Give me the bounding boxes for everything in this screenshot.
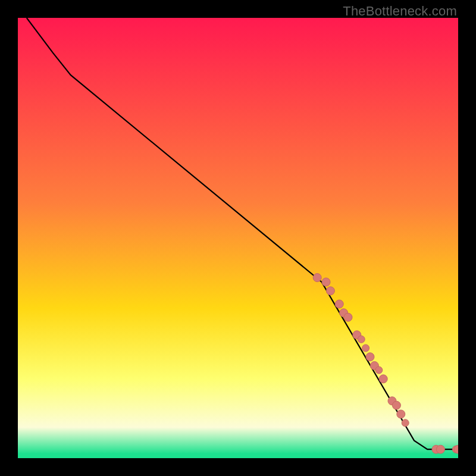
chart-marker bbox=[397, 410, 405, 418]
chart-marker bbox=[362, 345, 369, 352]
chart-background-gradient bbox=[18, 18, 458, 458]
chart-frame: TheBottleneck.com bbox=[0, 0, 476, 476]
watermark-text: TheBottleneck.com bbox=[343, 4, 457, 19]
chart-marker bbox=[344, 313, 352, 321]
chart-marker bbox=[375, 367, 383, 374]
chart-marker bbox=[436, 445, 444, 453]
chart-marker bbox=[402, 419, 409, 427]
chart-marker bbox=[358, 336, 365, 343]
chart-marker bbox=[366, 353, 374, 361]
chart-plot-area bbox=[18, 18, 458, 458]
chart-marker bbox=[313, 274, 321, 282]
chart-marker bbox=[379, 375, 387, 383]
chart-svg bbox=[18, 18, 458, 458]
chart-marker bbox=[322, 278, 330, 286]
chart-marker bbox=[326, 287, 334, 295]
chart-marker bbox=[335, 300, 343, 308]
chart-marker bbox=[392, 401, 400, 409]
